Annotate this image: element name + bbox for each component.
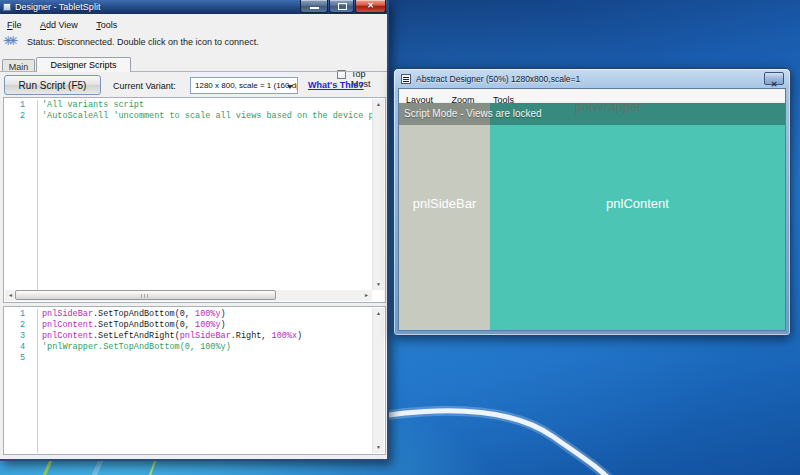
- current-variant-label: Current Variant:: [113, 81, 176, 91]
- panel-pnlContent[interactable]: [490, 103, 785, 330]
- minimize-button[interactable]: [300, 0, 328, 13]
- panel-pnlSideBar[interactable]: [399, 103, 490, 330]
- scrollbar-thumb[interactable]: [15, 290, 276, 300]
- script-editor-variant[interactable]: 1pnlSideBar.SetTopAndBottom(0, 100%y)2pn…: [3, 306, 386, 455]
- code-line: 1'All variants script: [4, 100, 372, 111]
- desktop: Designer - TabletSplit File Add View Too…: [0, 0, 800, 475]
- variant-dropdown[interactable]: 1280 x 800, scale = 1 (160 dpi): [190, 77, 298, 94]
- window-client-area: Layout Zoom Tools pnlSideBar pnlContent …: [398, 88, 786, 331]
- line-number: 5: [4, 353, 32, 364]
- code-line: 2'AutoScaleAll 'uncomment to scale all v…: [4, 111, 372, 122]
- scroll-right-icon[interactable]: [361, 290, 372, 301]
- status-row: Status: Disconnected. Double click on th…: [0, 29, 387, 56]
- menu-bar: Layout Zoom Tools: [399, 89, 785, 103]
- line-number: 2: [4, 320, 32, 331]
- line-number: 1: [4, 309, 32, 320]
- tab-designer-scripts[interactable]: Designer Scripts: [36, 57, 131, 72]
- line-number: 4: [4, 342, 32, 353]
- status-text: Status: Disconnected. Double click on th…: [27, 37, 259, 47]
- panel-label-pnlSideBar: pnlSideBar: [399, 196, 490, 211]
- run-script-button[interactable]: Run Script (F5): [4, 75, 101, 95]
- design-canvas: pnlSideBar pnlContent pnlWrapper Script …: [399, 103, 785, 330]
- wallpaper-streak: [148, 460, 156, 475]
- code-area[interactable]: 1'All variants script2'AutoScaleAll 'unc…: [4, 100, 372, 290]
- scroll-up-icon[interactable]: [373, 308, 384, 319]
- title-bar[interactable]: Designer - TabletSplit: [0, 0, 387, 14]
- scroll-down-icon[interactable]: [373, 279, 384, 290]
- scroll-up-icon[interactable]: [373, 99, 384, 110]
- vertical-scrollbar[interactable]: [372, 308, 384, 453]
- code-line: 1pnlSideBar.SetTopAndBottom(0, 100%y): [4, 309, 372, 320]
- whats-this-link[interactable]: What's This?: [308, 80, 364, 90]
- variant-dropdown-value: 1280 x 800, scale = 1 (160 dpi): [195, 81, 298, 90]
- horizontal-scrollbar[interactable]: [5, 290, 372, 301]
- app-icon: [3, 3, 11, 11]
- code-text: pnlContent.SetLeftAndRight(pnlSideBar.Ri…: [32, 331, 372, 342]
- code-text: pnlContent.SetTopAndBottom(0, 100%y): [32, 320, 372, 331]
- line-number: 2: [4, 111, 32, 122]
- code-text: 'AutoScaleAll 'uncomment to scale all vi…: [32, 111, 372, 122]
- line-number: 1: [4, 100, 32, 111]
- line-number: 3: [4, 331, 32, 342]
- code-area[interactable]: 1pnlSideBar.SetTopAndBottom(0, 100%y)2pn…: [4, 309, 372, 453]
- close-button[interactable]: [355, 0, 386, 13]
- code-line: 3pnlContent.SetLeftAndRight(pnlSideBar.R…: [4, 331, 372, 342]
- code-text: pnlSideBar.SetTopAndBottom(0, 100%y): [32, 309, 372, 320]
- scroll-down-icon[interactable]: [373, 442, 384, 453]
- window-title: Designer - TabletSplit: [15, 2, 100, 12]
- abstract-designer-window: Abstract Designer (50%) 1280x800,scale=1…: [393, 68, 791, 336]
- code-line: 4'pnlWrapper.SetTopAndBottom(0, 100%y): [4, 342, 372, 353]
- app-icon: [401, 74, 411, 84]
- designer-window: Designer - TabletSplit File Add View Too…: [0, 0, 389, 461]
- script-mode-banner: Script Mode - Views are locked: [399, 103, 785, 125]
- window-title: Abstract Designer (50%) 1280x800,scale=1: [416, 74, 580, 84]
- code-text: [32, 353, 372, 364]
- code-text: 'pnlWrapper.SetTopAndBottom(0, 100%y): [32, 342, 372, 353]
- script-editor-all-variants[interactable]: 1'All variants script2'AutoScaleAll 'unc…: [3, 97, 386, 303]
- panel-label-pnlContent: pnlContent: [490, 196, 785, 211]
- close-button[interactable]: [764, 72, 784, 85]
- chevron-down-icon: [287, 85, 293, 89]
- code-line: 2pnlContent.SetTopAndBottom(0, 100%y): [4, 320, 372, 331]
- connection-burst-icon[interactable]: [3, 34, 13, 48]
- maximize-button[interactable]: [329, 0, 354, 13]
- script-mode-banner-text: Script Mode - Views are locked: [404, 103, 542, 125]
- vertical-scrollbar[interactable]: [372, 99, 384, 290]
- code-text: 'All variants script: [32, 100, 372, 111]
- code-line: 5: [4, 353, 372, 364]
- menu-bar: File Add View Tools: [0, 14, 387, 29]
